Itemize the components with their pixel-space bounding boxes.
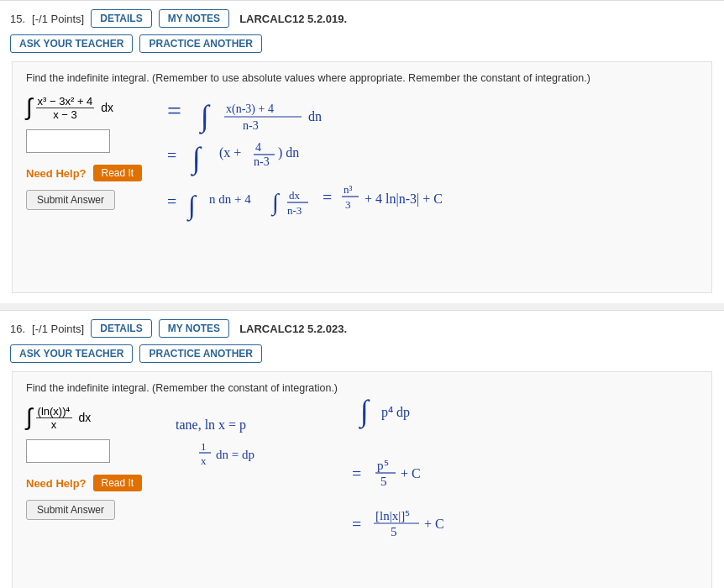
need-help-label-16: Need Help? xyxy=(26,477,87,490)
svg-text:=: = xyxy=(352,515,361,533)
problem-16-svg: tane, ln x = p 1 x dn = dp ∫ p⁴ dp = p⁵ … xyxy=(159,404,595,588)
problem-16-header: 16. [-/1 Points] DETAILS MY NOTES LARCAL… xyxy=(10,319,714,338)
svg-text:=: = xyxy=(323,188,332,207)
problem-15-actions: ASK YOUR TEACHER PRACTICE ANOTHER xyxy=(10,34,714,53)
problem-15-work: = ∫ x(n-3) + 4 n-3 dn = ∫ (x + 4 xyxy=(159,94,698,279)
svg-text:n-3: n-3 xyxy=(243,119,259,132)
svg-text:=: = xyxy=(167,192,176,211)
svg-text:n-3: n-3 xyxy=(254,155,270,168)
denominator-15: x − 3 xyxy=(51,108,79,121)
problem-15-header: 15. [-/1 Points] DETAILS MY NOTES LARCAL… xyxy=(10,9,714,28)
svg-text:5: 5 xyxy=(391,525,397,538)
ask-teacher-button-15[interactable]: ASK YOUR TEACHER xyxy=(10,34,133,53)
svg-text:5: 5 xyxy=(380,475,387,488)
problem-16-fraction: (ln(x))⁴ x xyxy=(36,410,76,423)
problem-16-frac: (ln(x))⁴ x xyxy=(36,405,72,431)
details-button-16[interactable]: DETAILS xyxy=(91,319,151,338)
problem-16-left: ∫ (ln(x))⁴ x dx Need Help? Read It Submi… xyxy=(26,404,142,520)
problem-16-block: 16. [-/1 Points] DETAILS MY NOTES LARCAL… xyxy=(0,310,724,588)
svg-text:3: 3 xyxy=(345,198,351,211)
answer-input-16[interactable] xyxy=(26,439,110,463)
svg-text:dx: dx xyxy=(289,189,301,202)
svg-text:=: = xyxy=(167,146,176,165)
denominator-16: x xyxy=(50,418,59,431)
problem-15-left: ∫ x³ − 3x² + 4 x − 3 dx Need Help? Read … xyxy=(26,94,142,210)
svg-text:∫: ∫ xyxy=(359,394,370,429)
svg-text:dn: dn xyxy=(308,109,322,123)
svg-text:x(n-3) + 4: x(n-3) + 4 xyxy=(226,102,274,116)
practice-another-button-16[interactable]: PRACTICE ANOTHER xyxy=(139,344,262,363)
svg-text:tane, ln x = p: tane, ln x = p xyxy=(176,417,246,433)
dx-15: dx xyxy=(101,101,113,114)
my-notes-button-15[interactable]: MY NOTES xyxy=(159,9,229,28)
svg-text:n-3: n-3 xyxy=(287,204,302,217)
svg-text:4: 4 xyxy=(255,141,261,154)
details-button-15[interactable]: DETAILS xyxy=(91,9,151,28)
read-it-button-15[interactable]: Read It xyxy=(93,165,143,181)
svg-text:(x +: (x + xyxy=(219,145,241,160)
integral-symbol-15: ∫ xyxy=(26,94,33,120)
problem-16-id: LARCALC12 5.2.023. xyxy=(239,323,347,335)
numerator-16: (ln(x))⁴ xyxy=(36,405,72,418)
problem-16-number: 16. xyxy=(10,323,25,335)
svg-text:x: x xyxy=(201,454,207,467)
submit-button-15[interactable]: Submit Answer xyxy=(26,190,115,210)
svg-text:∫: ∫ xyxy=(270,189,281,217)
svg-text:∫: ∫ xyxy=(191,141,202,176)
svg-text:+ C: + C xyxy=(401,466,421,480)
problem-15-number: 15. xyxy=(10,13,25,25)
answer-input-15[interactable] xyxy=(26,129,110,153)
problem-15-svg: = ∫ x(n-3) + 4 n-3 dn = ∫ (x + 4 xyxy=(159,94,595,279)
need-help-label-15: Need Help? xyxy=(26,167,87,180)
problem-15-content: ∫ x³ − 3x² + 4 x − 3 dx Need Help? Read … xyxy=(26,94,698,279)
problem-15-integral: ∫ x³ − 3x² + 4 x − 3 dx xyxy=(26,94,113,121)
practice-another-button-15[interactable]: PRACTICE ANOTHER xyxy=(139,34,262,53)
problem-16-body: Find the indefinite integral. (Remember … xyxy=(12,371,712,588)
svg-text:1: 1 xyxy=(201,440,207,453)
problem-15-block: 15. [-/1 Points] DETAILS MY NOTES LARCAL… xyxy=(0,0,724,303)
problem-16-points: [-/1 Points] xyxy=(32,323,84,335)
read-it-button-16[interactable]: Read It xyxy=(93,475,143,491)
problem-16-content: ∫ (ln(x))⁴ x dx Need Help? Read It Submi… xyxy=(26,404,698,588)
svg-text:dn = dp: dn = dp xyxy=(216,448,254,461)
problem-15-frac: x³ − 3x² + 4 x − 3 xyxy=(36,95,95,121)
problem-15-id: LARCALC12 5.2.019. xyxy=(239,13,347,25)
svg-text:) dn: ) dn xyxy=(278,145,299,160)
svg-text:+ C: + C xyxy=(424,517,444,531)
svg-text:∫: ∫ xyxy=(186,190,197,222)
problem-16-actions: ASK YOUR TEACHER PRACTICE ANOTHER xyxy=(10,344,714,363)
svg-text:∫: ∫ xyxy=(199,99,211,134)
submit-button-16[interactable]: Submit Answer xyxy=(26,500,115,520)
problem-16-integral: ∫ (ln(x))⁴ x dx xyxy=(26,404,91,431)
need-help-16: Need Help? Read It xyxy=(26,475,142,491)
svg-text:[ln|x|]⁵: [ln|x|]⁵ xyxy=(375,509,410,522)
svg-text:n³: n³ xyxy=(344,183,353,196)
svg-text:=: = xyxy=(352,465,361,483)
need-help-15: Need Help? Read It xyxy=(26,165,142,181)
my-notes-button-16[interactable]: MY NOTES xyxy=(159,319,229,338)
problem-16-instructions: Find the indefinite integral. (Remember … xyxy=(26,382,698,394)
svg-text:n dn + 4: n dn + 4 xyxy=(209,192,251,206)
numerator-15: x³ − 3x² + 4 xyxy=(36,95,95,108)
problem-15-fraction: x³ − 3x² + 4 x − 3 xyxy=(36,100,98,113)
problem-15-instructions: Find the indefinite integral. (Remember … xyxy=(26,72,698,84)
problem-16-work: tane, ln x = p 1 x dn = dp ∫ p⁴ dp = p⁵ … xyxy=(159,404,698,588)
ask-teacher-button-16[interactable]: ASK YOUR TEACHER xyxy=(10,344,133,363)
svg-text:=: = xyxy=(167,97,181,124)
problem-15-points: [-/1 Points] xyxy=(32,13,84,25)
dx-16: dx xyxy=(78,411,91,424)
svg-text:p⁵: p⁵ xyxy=(377,459,389,472)
svg-text:+ 4 ln|n-3| + C: + 4 ln|n-3| + C xyxy=(365,192,443,207)
problem-15-body: Find the indefinite integral. (Remember … xyxy=(12,61,712,293)
svg-text:p⁴ dp: p⁴ dp xyxy=(381,405,410,420)
integral-symbol-16: ∫ xyxy=(26,404,33,430)
